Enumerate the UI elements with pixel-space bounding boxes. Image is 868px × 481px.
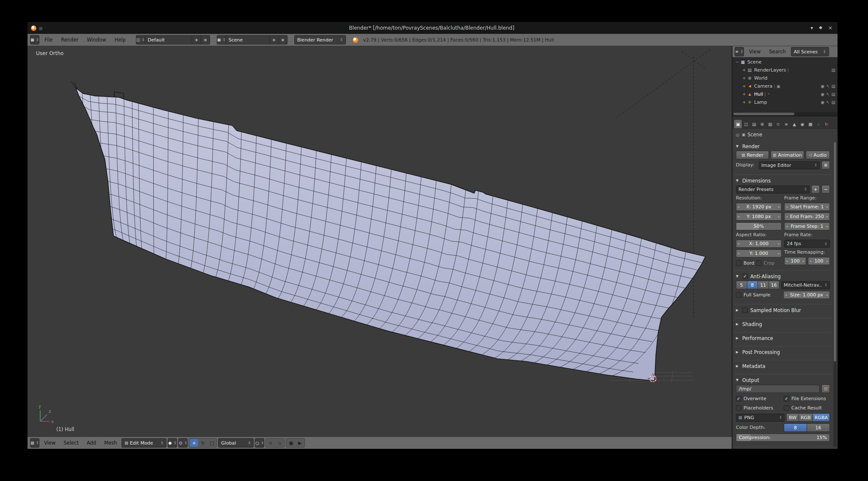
full-sample-checkbox[interactable]: Full Sample [736, 291, 782, 299]
antialiasing-checkbox[interactable]: ✓ [742, 274, 748, 279]
collapse-arrow-icon[interactable]: ▶ [736, 322, 740, 326]
panel-performance-header[interactable]: ▶ Performance [735, 334, 831, 343]
expand-toggle-icon[interactable]: + [742, 76, 746, 80]
renderability-camera-icon[interactable]: ▤ [832, 92, 835, 97]
outliner-item-lamp[interactable]: + ☼ Lamp ◉ ↖ ▤ [733, 98, 838, 106]
scale-manipulator-icon[interactable]: □ [207, 439, 216, 447]
visibility-eye-icon[interactable]: ◉ [821, 92, 824, 97]
screen-browse-icon[interactable]: ◫⇕ [136, 35, 145, 44]
info-editor-type-icon[interactable]: ▦⇕ [30, 35, 39, 44]
scene-delete-button[interactable]: × [278, 35, 287, 44]
renderlayer-render-toggle-icon[interactable]: ▤ [832, 68, 835, 72]
color-depth-16-button[interactable]: 16 [807, 423, 830, 432]
remap-new-field[interactable]: 100 [808, 257, 830, 265]
tab-scene-icon[interactable]: ◫ [742, 120, 750, 128]
scene-add-button[interactable]: + [269, 35, 279, 44]
outliner-filter-selector[interactable]: All Scenes⇕ [791, 47, 829, 56]
expand-toggle-icon[interactable]: + [742, 68, 746, 72]
viewport-menu-select[interactable]: Select [60, 437, 82, 448]
collapse-arrow-icon[interactable]: ▶ [736, 336, 740, 340]
maximize-button[interactable]: ◆ [819, 25, 822, 31]
tab-world-icon[interactable]: ⊕ [758, 120, 766, 128]
collapse-arrow-icon[interactable]: ▼ [736, 378, 740, 382]
viewport-menu-view[interactable]: View [41, 437, 59, 448]
end-frame-field[interactable]: End Fram: 250 [784, 213, 830, 221]
tab-texture-icon[interactable]: ▩ [807, 120, 814, 128]
aa-size-field[interactable]: Size: 1.000 px [783, 291, 830, 299]
visibility-eye-icon[interactable]: ◉ [821, 100, 824, 105]
tab-particles-icon[interactable]: ∴ [815, 120, 822, 128]
outliner-menu-view[interactable]: View [746, 46, 764, 57]
properties-scrollbar[interactable] [833, 142, 837, 447]
close-button[interactable]: × [828, 25, 832, 31]
expand-toggle-icon[interactable]: − [735, 60, 740, 64]
pivot-point-selector[interactable]: ⊙⇕ [178, 438, 188, 448]
selectability-arrow-icon[interactable]: ↖ [826, 92, 829, 97]
collapse-arrow-icon[interactable]: ▼ [736, 144, 740, 148]
preset-add-button[interactable]: + [811, 185, 820, 194]
expand-toggle-icon[interactable]: + [742, 84, 746, 88]
frame-step-field[interactable]: Frame Step: 1 [784, 222, 830, 230]
tab-modifiers-icon[interactable]: ≡ [782, 120, 790, 128]
outliner-horizontal-scrollbar[interactable] [733, 112, 838, 116]
panel-antialiasing-header[interactable]: ▼ ✓ Anti-Aliasing [735, 272, 831, 281]
title-bar[interactable]: ◎ Blender* [/home/ton/PovrayScenes/Balcl… [28, 22, 838, 34]
renderability-camera-icon[interactable]: ▤ [832, 84, 835, 88]
aa-sample-11-button[interactable]: 11 [757, 281, 769, 289]
output-path-field[interactable]: /tmp/ [736, 385, 820, 393]
scene-browse-icon[interactable]: ▦⇕ [217, 35, 226, 44]
menu-render[interactable]: Render [58, 34, 82, 45]
panel-output-header[interactable]: ▼ Output [735, 376, 831, 384]
outliner-item-scene[interactable]: − ▦ Scene [733, 58, 838, 66]
aspect-y-field[interactable]: Y: 1.000 [736, 249, 782, 257]
motion-blur-checkbox[interactable] [742, 307, 748, 313]
panel-bake-header[interactable]: ▶ Bake [735, 448, 831, 449]
expand-toggle-icon[interactable]: + [742, 92, 746, 97]
frame-rate-selector[interactable]: 24 fps⇕ [784, 240, 830, 248]
viewport-menu-add[interactable]: Add [83, 437, 100, 448]
viewport-menu-mesh[interactable]: Mesh [101, 437, 120, 448]
rotate-manipulator-icon[interactable]: ↻ [199, 439, 207, 447]
collapse-arrow-icon[interactable]: ▼ [736, 274, 740, 278]
cache-result-checkbox[interactable]: Cache Result [784, 404, 830, 412]
resolution-y-field[interactable]: Y: 1080 px [736, 213, 782, 221]
color-mode-rgba-button[interactable]: RGBA [813, 413, 830, 422]
renderability-camera-icon[interactable]: ▤ [832, 100, 835, 105]
placeholders-checkbox[interactable]: Placeholders [736, 404, 782, 412]
panel-shading-header[interactable]: ▶ Shading [735, 320, 831, 329]
snap-element-icon[interactable]: ▫ [275, 439, 284, 447]
color-mode-rgb-button[interactable]: RGB [799, 413, 813, 422]
render-button[interactable]: ▨Render [736, 151, 769, 159]
color-depth-8-button[interactable]: 8 [784, 423, 807, 432]
render-engine-selector[interactable]: Blender Render⇕ [294, 35, 346, 44]
crop-checkbox[interactable]: Crop [756, 259, 775, 267]
menu-file[interactable]: File [41, 34, 56, 45]
preset-remove-button[interactable]: − [821, 185, 830, 194]
opengl-render-still-icon[interactable]: ▣ [287, 439, 295, 447]
aa-sample-8-button[interactable]: 8 [747, 281, 758, 289]
tab-constraints-icon[interactable]: ⊂ [774, 120, 782, 128]
remap-old-field[interactable]: 100 [784, 257, 806, 265]
aspect-x-field[interactable]: X: 1.000 [736, 240, 782, 248]
start-frame-field[interactable]: Start Frame: 1 [784, 203, 830, 211]
minimize-button[interactable]: ▾ [810, 25, 813, 31]
render-presets-selector[interactable]: Render Presets⇕ [736, 185, 810, 194]
outliner-item-hull[interactable]: + ▲ Hull | ◦ ◉ ↖ ▤ [733, 90, 838, 98]
screen-add-button[interactable]: + [192, 35, 201, 44]
display-selector[interactable]: Image Editor⇕ [759, 161, 820, 169]
panel-render-header[interactable]: ▼ Render [735, 142, 831, 151]
new-window-icon[interactable]: ⊞ [821, 161, 830, 169]
mode-selector[interactable]: ▧ Edit Mode ⇕ [122, 438, 166, 448]
viewport-shading-selector[interactable]: ●⇕ [168, 438, 177, 448]
outliner-editor-type-icon[interactable]: ≡⇕ [735, 47, 744, 56]
tab-material-icon[interactable]: ◉ [799, 120, 806, 128]
collapse-arrow-icon[interactable]: ▶ [736, 308, 740, 312]
proportional-edit-icon[interactable]: ○⇕ [255, 438, 264, 448]
collapse-arrow-icon[interactable]: ▶ [736, 364, 740, 368]
aa-sample-16-button[interactable]: 16 [768, 281, 780, 289]
outliner-menu-search[interactable]: Search [766, 46, 789, 57]
opengl-render-anim-icon[interactable]: ▶ [296, 439, 304, 447]
visibility-eye-icon[interactable]: ◉ [821, 84, 824, 88]
menu-window[interactable]: Window [83, 34, 109, 45]
tab-render-layers-icon[interactable]: ▤ [750, 120, 758, 128]
